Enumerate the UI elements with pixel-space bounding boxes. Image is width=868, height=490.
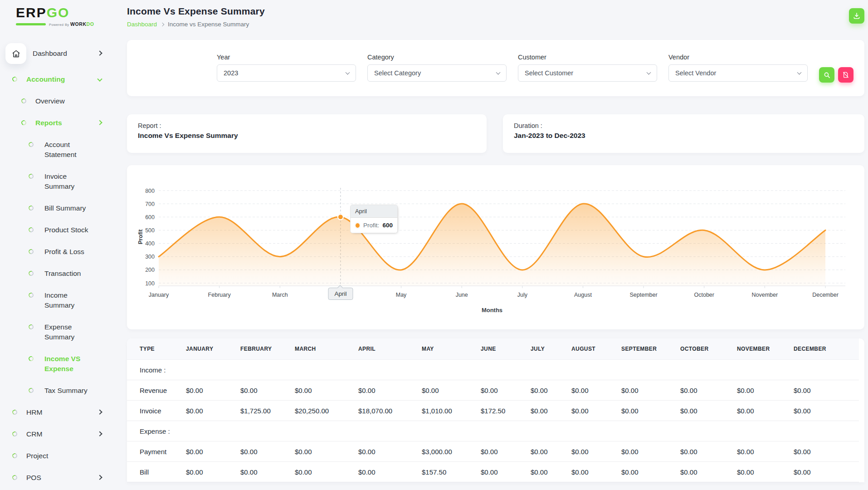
amount-cell: $0.00 [181,401,236,421]
column-header: TYPE [127,338,181,360]
sidebar-item-label: Account Statement [44,140,93,160]
sidebar-item-tax-summary[interactable]: Tax Summary [0,380,109,402]
sidebar-item-transaction[interactable]: Transaction [0,263,109,284]
svg-text:September: September [630,292,658,298]
brand-wordmark: ERPGO [16,5,109,20]
chevron-down-icon [346,70,350,75]
sidebar-item-project[interactable]: Project [0,445,109,467]
filter-customer: Customer Select Customer [518,40,657,82]
amount-cell: $0.00 [732,441,789,462]
sidebar-item-account-statement[interactable]: Account Statement [0,134,109,166]
income-expense-table-card: TYPEJANUARYFEBRUARYMARCHAPRILMAYJUNEJULY… [127,338,864,482]
table-row: Payment$0.00$0.00$0.00$0.00$3,000.00$0.0… [127,441,859,462]
sidebar-item-income-vs-expense[interactable]: Income VS Expense [0,348,109,380]
year-select[interactable]: 2023 [217,64,356,82]
sidebar-item-invoice-summary[interactable]: Invoice Summary [0,166,109,197]
svg-text:November: November [752,292,778,298]
svg-text:600: 600 [145,214,155,220]
sidebar-item-accounting[interactable]: Accounting [0,69,109,90]
sidebar-item-income-summary[interactable]: Income Summary [0,284,109,316]
amount-cell: $0.00 [290,380,354,401]
duration-card: Duration : Jan-2023 to Dec-2023 [503,114,864,153]
sidebar-item-product-stock[interactable]: Product Stock [0,219,109,241]
vendor-select[interactable]: Select Vendor [668,64,808,82]
tooltip-title: April [351,205,397,218]
sidebar-item-label: Accounting [26,74,65,84]
category-label: Category [367,54,507,61]
amount-cell: $0.00 [476,380,526,401]
svg-text:Months: Months [482,307,502,314]
sidebar-item-pos[interactable]: POS [0,467,109,489]
column-header: JULY [526,338,567,360]
row-label: Expense : [127,421,181,441]
column-header: AUGUST [567,338,617,360]
svg-text:February: February [208,292,231,298]
summary-cards: Report : Income Vs Expense Summary Durat… [127,114,864,153]
chevron-down-icon [797,70,802,75]
amount-cell: $0.00 [476,441,526,462]
income-expense-table: TYPEJANUARYFEBRUARYMARCHAPRILMAYJUNEJULY… [127,338,859,482]
sidebar-item-label: HRM [26,407,42,417]
amount-cell: $172.50 [476,401,526,421]
sidebar-item-crm[interactable]: CRM [0,423,109,445]
reset-filter-button[interactable] [838,67,853,83]
profit-area-chart[interactable]: 100200300400500600700800JanuaryFebruaryM… [136,172,850,323]
sidebar-item-bill-summary[interactable]: Bill Summary [0,197,109,219]
amount-cell: $0.00 [236,462,290,482]
filter-card: Year 2023 Category Select Category Custo… [127,40,864,96]
amount-cell: $0.00 [526,441,567,462]
apply-filter-button[interactable] [819,67,834,83]
row-label: Revenue [127,380,181,401]
amount-cell: $0.00 [354,462,417,482]
customer-select[interactable]: Select Customer [518,64,657,82]
download-button[interactable] [849,8,864,24]
amount-cell: $0.00 [290,441,354,462]
report-value: Income Vs Expense Summary [138,132,476,140]
column-header: FEBRUARY [236,338,290,360]
filter-vendor: Vendor Select Vendor [668,40,808,82]
amount-cell: $0.00 [181,462,236,482]
amount-cell: $0.00 [526,462,567,482]
amount-cell: $0.00 [789,401,859,421]
chart-card: 100200300400500600700800JanuaryFebruaryM… [127,165,864,329]
donut-icon [28,387,34,394]
sidebar-item-label: Reports [35,118,62,128]
sidebar-item-overview[interactable]: Overview [0,90,109,112]
chart-canvas: 100200300400500600700800JanuaryFebruaryM… [136,172,850,323]
sidebar-item-profit-loss[interactable]: Profit & Loss [0,241,109,263]
amount-cell: $0.00 [526,401,567,421]
donut-icon [11,474,18,481]
svg-text:March: March [272,292,288,298]
table-row: Bill$0.00$0.00$0.00$0.00$157.50$0.00$0.0… [127,462,859,482]
donut-icon [20,98,27,104]
amount-cell: $0.00 [789,380,859,401]
brand-logo[interactable]: ERPGO Powered By WORKDO [0,5,109,27]
main-content: Income Vs Expense Summary Dashboard Inco… [109,0,868,490]
amount-cell: $0.00 [732,462,789,482]
breadcrumb-dashboard-link[interactable]: Dashboard [127,21,157,28]
column-header: JANUARY [181,338,236,360]
page-title: Income Vs Expense Summary [127,6,864,17]
amount-cell: $0.00 [676,441,732,462]
svg-text:100: 100 [145,280,155,287]
sidebar-item-dashboard[interactable]: Dashboard [0,39,109,69]
amount-cell: $0.00 [476,462,526,482]
donut-icon [28,205,34,211]
amount-cell: $0.00 [417,380,476,401]
amount-cell: $1,010.00 [417,401,476,421]
column-header: NOVEMBER [732,338,789,360]
category-select[interactable]: Select Category [367,64,507,82]
download-icon [853,12,861,20]
donut-icon [28,141,34,148]
amount-cell: $0.00 [789,462,859,482]
amount-cell: $0.00 [354,380,417,401]
sidebar-item-label: Overview [35,96,65,106]
sidebar-item-label: Income Summary [44,290,93,310]
sidebar-item-reports[interactable]: Reports [0,112,109,134]
sidebar-item-expense-summary[interactable]: Expense Summary [0,316,109,348]
sidebar-item-label: Expense Summary [44,322,93,342]
chevron-right-icon [97,431,102,436]
column-header: MARCH [290,338,354,360]
sidebar-item-label: Tax Summary [44,386,88,396]
sidebar-item-hrm[interactable]: HRM [0,402,109,423]
